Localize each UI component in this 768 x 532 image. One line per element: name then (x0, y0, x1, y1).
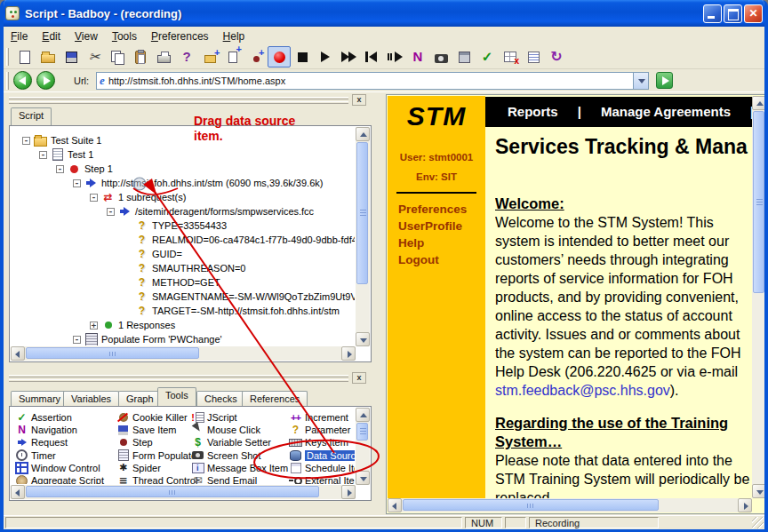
run-all-button[interactable] (337, 46, 360, 67)
link-preferences[interactable]: Preferences (398, 202, 485, 216)
nav-reports[interactable]: Reports (508, 97, 558, 127)
tool-thread-control[interactable]: Thread Control (116, 474, 191, 484)
new-script-button[interactable] (198, 46, 221, 67)
tree-item-request-url[interactable]: http://stmsit.foh.dhhs.int/stm (6090 ms,… (73, 176, 355, 190)
tree-item-subrequests[interactable]: 1 subrequest(s) (90, 190, 355, 204)
scroll-thumb[interactable] (403, 499, 659, 511)
tree-panel-close-button[interactable] (352, 94, 366, 106)
scroll-right-button[interactable] (341, 346, 356, 361)
link-userprofile[interactable]: UserProfile (398, 219, 485, 233)
tool-parameter[interactable]: Parameter (289, 424, 355, 436)
tool-save-item[interactable]: Save Item (116, 424, 191, 436)
print-button[interactable] (152, 46, 175, 67)
tool-cookie-killer[interactable]: Cookie Killer (116, 411, 191, 424)
scroll-down-button[interactable] (356, 471, 370, 485)
tree-item-step[interactable]: Step 1 (56, 162, 355, 176)
scroll-right-button[interactable] (738, 498, 752, 512)
tool-message-box-item[interactable]: Message Box Item (191, 462, 289, 474)
summary-table-button[interactable] (499, 46, 522, 67)
scroll-down-button[interactable] (752, 484, 766, 498)
tree-item-parameter[interactable]: METHOD=GET (124, 275, 355, 290)
tool-schedule-item[interactable]: Schedule Item (289, 462, 355, 474)
scroll-down-button[interactable] (356, 332, 370, 346)
tab-script[interactable]: Script (11, 107, 52, 125)
menu-view[interactable]: View (68, 28, 105, 45)
menu-file[interactable]: File (4, 28, 35, 45)
scroll-up-button[interactable] (356, 408, 370, 422)
menu-preferences[interactable]: Preferences (144, 28, 216, 45)
open-button[interactable] (36, 46, 60, 67)
tree-item-parameter[interactable]: GUID= (124, 247, 355, 261)
tool-request[interactable]: Request (15, 436, 116, 449)
menu-tools[interactable]: Tools (105, 28, 144, 45)
copy-button[interactable] (106, 46, 129, 67)
help-button[interactable] (175, 46, 198, 67)
collapse-icon[interactable] (56, 165, 64, 173)
tool-spider[interactable]: Spider (116, 462, 191, 474)
tool-increment[interactable]: Increment (289, 411, 355, 424)
tools-horizontal-scrollbar[interactable] (11, 485, 356, 499)
tool-form-populator[interactable]: Form Populator (116, 449, 191, 462)
tool-mouse-click[interactable]: Mouse Click (191, 424, 289, 436)
link-help[interactable]: Help (398, 236, 485, 250)
collapse-icon[interactable] (73, 336, 81, 344)
new-button[interactable] (13, 46, 36, 67)
tree-item-parameter[interactable]: SMAUTHREASON=0 (124, 261, 355, 275)
title-bar[interactable]: Script - Badboy - (recording) (0, 0, 768, 27)
scroll-thumb[interactable] (356, 142, 368, 284)
play-button[interactable] (314, 46, 337, 67)
browser-horizontal-scrollbar[interactable] (388, 498, 752, 512)
go-button[interactable] (656, 72, 673, 89)
menu-edit[interactable]: Edit (35, 28, 68, 45)
resize-grip[interactable] (752, 517, 764, 528)
collapse-icon[interactable] (90, 194, 98, 202)
collapse-icon[interactable] (107, 208, 115, 216)
tools-panel-grip[interactable] (9, 373, 348, 384)
tree-item-parameter[interactable]: SMAGENTNAME=-SM-W/Wl9QoTzbZim9Ut9VlLM (124, 290, 355, 304)
scroll-up-button[interactable] (752, 96, 766, 110)
tool-data-source-item[interactable]: Data Source Item (289, 449, 355, 462)
tree-item-parameter[interactable]: TYPE=33554433 (124, 218, 355, 233)
scroll-thumb[interactable] (26, 347, 199, 359)
urlbar-grip[interactable] (6, 72, 9, 90)
tree-vertical-scrollbar[interactable] (356, 127, 370, 346)
tree-item-test[interactable]: Test 1 (39, 147, 355, 162)
tool-keys-item[interactable]: Keys Item (289, 436, 355, 449)
navigation-button[interactable] (406, 46, 429, 67)
scroll-thumb[interactable] (753, 111, 764, 293)
scroll-up-button[interactable] (356, 127, 370, 141)
nav-manage-agreements[interactable]: Manage Agreements (601, 97, 731, 127)
tree-item-populate-form[interactable]: Populate Form 'PWChange' (73, 332, 355, 345)
screenshot-button[interactable] (429, 46, 452, 67)
scroll-left-button[interactable] (11, 346, 25, 361)
cut-button[interactable] (83, 46, 106, 67)
tab-summary[interactable]: Summary (11, 391, 68, 406)
tool-window-control[interactable]: Window Control (15, 462, 116, 474)
new-item-button[interactable] (244, 46, 268, 67)
tool-variable-setter[interactable]: Variable Setter (191, 436, 289, 449)
tool-timer[interactable]: Timer (15, 449, 116, 462)
scroll-left-button[interactable] (388, 498, 402, 512)
tab-checks[interactable]: Checks (196, 391, 245, 406)
save-button[interactable] (60, 46, 83, 67)
tree-panel-grip[interactable] (9, 95, 348, 106)
tool-navigation[interactable]: Navigation (15, 424, 116, 436)
tree-item-parameter[interactable]: TARGET=-SM-http://stmsit.foh.dhhs.int/st… (124, 304, 355, 318)
url-input[interactable] (108, 75, 633, 86)
collapse-icon[interactable] (73, 179, 81, 187)
tree-item-test-suite[interactable]: Test Suite 1 (22, 133, 355, 147)
tab-graph[interactable]: Graph (118, 391, 162, 406)
validate-button[interactable] (476, 46, 499, 67)
menu-help[interactable]: Help (216, 28, 252, 45)
tool-external-item[interactable]: External Item (289, 474, 355, 484)
tab-tools[interactable]: Tools (157, 387, 196, 406)
tool-aggregate-script[interactable]: Aggregate Script (15, 474, 116, 484)
link-logout[interactable]: Logout (398, 253, 485, 266)
report-button[interactable] (522, 46, 545, 67)
new-test-button[interactable] (221, 46, 244, 67)
minimize-button[interactable] (703, 4, 722, 23)
expand-icon[interactable] (90, 322, 98, 330)
tool-assertion[interactable]: Assertion (15, 411, 116, 424)
tool-step[interactable]: Step (116, 436, 191, 449)
tool-jscript[interactable]: JScript (191, 411, 289, 424)
